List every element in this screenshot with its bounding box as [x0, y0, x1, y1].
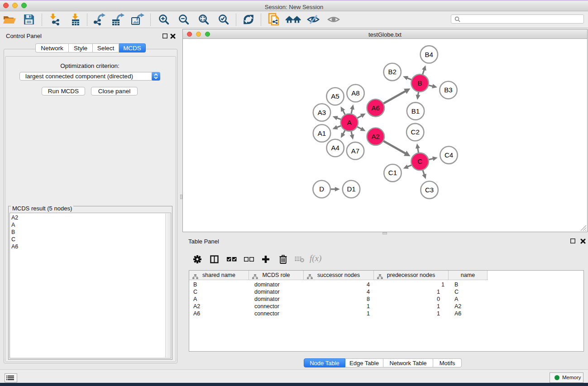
svg-text:B: B: [418, 79, 422, 87]
svg-text:A: A: [347, 119, 352, 126]
svg-text:A5: A5: [331, 92, 339, 100]
svg-text:A6: A6: [372, 104, 380, 112]
svg-text:C4: C4: [445, 151, 453, 159]
svg-text:C: C: [417, 157, 422, 165]
svg-text:B2: B2: [388, 68, 397, 76]
svg-text:C2: C2: [411, 128, 420, 136]
svg-text:B1: B1: [411, 107, 420, 115]
svg-text:B4: B4: [425, 51, 433, 58]
svg-text:A7: A7: [351, 147, 359, 155]
svg-text:A8: A8: [351, 89, 359, 97]
svg-text:A2: A2: [372, 133, 380, 140]
svg-text:B3: B3: [444, 86, 452, 94]
svg-text:D: D: [319, 185, 324, 193]
svg-text:A4: A4: [331, 144, 339, 152]
svg-text:C1: C1: [388, 169, 397, 176]
svg-text:C3: C3: [425, 186, 434, 194]
svg-text:A3: A3: [318, 109, 326, 116]
svg-text:D1: D1: [347, 185, 355, 193]
svg-text:A1: A1: [318, 129, 326, 137]
